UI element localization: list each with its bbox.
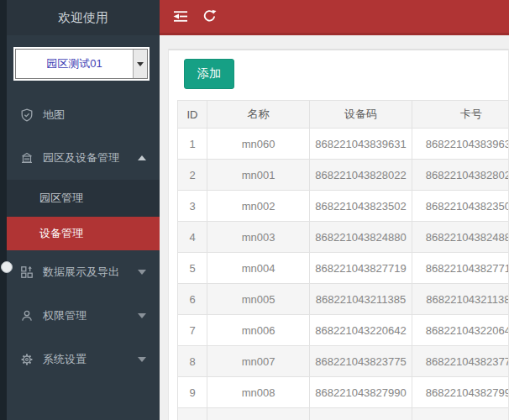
topbar	[160, 0, 509, 35]
sidebar-menu: 地图 园区及设备管理 园区管理 设备管理	[0, 94, 160, 381]
table-cell-device_code: 868221043822794	[310, 408, 412, 420]
table-cell-device_code: 868221043827719	[310, 253, 412, 284]
table-cell-device_code: 868221043824880	[310, 222, 412, 253]
column-header-card-no: 卡号	[412, 101, 509, 129]
device-table-body: 1mn0608682210438396318682210438396312mn0…	[178, 129, 509, 420]
sidebar-item-label: 园区及设备管理	[43, 150, 119, 165]
table-cell-name: mn004	[207, 253, 310, 284]
table-cell-id: 4	[178, 222, 207, 253]
sidebar-edge-strip	[0, 0, 7, 420]
device-table: ID 名称 设备码 卡号 1mn060868221043839631868221…	[177, 100, 509, 420]
sidebar-toggle-button[interactable]	[166, 0, 195, 33]
park-select-dropdown-button[interactable]	[133, 50, 147, 78]
park-select-field: 园区测试01	[15, 49, 148, 79]
table-row: 4mn003868221043824880868221043824880	[178, 222, 509, 253]
sidebar-subitem-device-management[interactable]: 设备管理	[0, 217, 160, 250]
table-cell-name: mn001	[207, 160, 310, 191]
table-cell-card_no: 868221043822794	[412, 408, 509, 420]
table-cell-card_no: 868221043827990	[412, 377, 509, 408]
column-header-device-code: 设备码	[310, 101, 412, 129]
table-cell-card_no: 868221043827719	[412, 253, 509, 284]
table-cell-name: mn005	[207, 284, 310, 315]
column-header-name: 名称	[207, 101, 310, 129]
table-cell-name: mn007	[207, 346, 310, 377]
table-cell-device_code: 868221043827990	[310, 377, 412, 408]
chevron-down-icon	[137, 62, 144, 66]
park-select[interactable]: 园区测试01	[13, 47, 150, 81]
table-row: 2mn001868221043828022868221043828022	[178, 160, 509, 191]
main-content: 添加 ID 名称 设备码 卡号 1mn060868221043839631868…	[160, 35, 509, 420]
table-cell-id: 8	[178, 346, 207, 377]
table-cell-card_no: 868221043220642	[412, 315, 509, 346]
table-cell-id: 1	[178, 129, 207, 160]
refresh-button[interactable]	[195, 0, 223, 33]
table-row: 9mn008868221043827990868221043827990	[178, 377, 509, 408]
table-cell-id: 2	[178, 160, 207, 191]
table-cell-card_no: 868221043823502	[412, 191, 509, 222]
table-row: 8mn007868221043823775868221043823775	[178, 346, 509, 377]
sidebar-subitem-label: 设备管理	[39, 226, 83, 241]
table-cell-card_no: 868221043211385	[412, 284, 509, 315]
table-cell-device_code: 868221043839631	[310, 129, 412, 160]
table-cell-name: mn009	[207, 408, 310, 420]
table-row: 10mn009868221043822794868221043822794	[178, 408, 509, 420]
chevron-up-icon	[138, 155, 146, 160]
sidebar-item-label: 数据展示及导出	[43, 265, 119, 280]
park-select-value: 园区测试01	[16, 50, 133, 78]
sidebar-resize-knob[interactable]	[1, 261, 13, 273]
table-cell-device_code: 868221043828022	[310, 160, 412, 191]
table-row: 3mn002868221043823502868221043823502	[178, 191, 509, 222]
table-cell-name: mn003	[207, 222, 310, 253]
sidebar-item-system-settings[interactable]: 系统设置	[7, 338, 160, 381]
sidebar-toggle-icon	[173, 10, 188, 23]
device-panel: 添加 ID 名称 设备码 卡号 1mn060868221043839631868…	[168, 49, 509, 420]
sidebar-item-park-device-management[interactable]: 园区及设备管理	[7, 136, 160, 180]
table-cell-name: mn008	[207, 377, 310, 408]
sidebar-submenu: 园区管理 设备管理	[0, 180, 160, 250]
table-row: 6mn005868221043211385868221043211385	[178, 284, 509, 315]
chevron-down-icon	[138, 357, 146, 362]
table-header-row: ID 名称 设备码 卡号	[178, 101, 509, 129]
sidebar-item-label: 权限管理	[43, 308, 87, 323]
table-cell-id: 3	[178, 191, 207, 222]
column-header-id: ID	[178, 101, 207, 129]
table-cell-device_code: 868221043823775	[310, 346, 412, 377]
add-button[interactable]: 添加	[184, 59, 234, 89]
chevron-down-icon	[138, 313, 146, 318]
refresh-icon	[202, 9, 217, 24]
gear-icon	[20, 353, 34, 366]
table-cell-card_no: 868221043824880	[412, 222, 509, 253]
table-cell-device_code: 868221043823502	[310, 191, 412, 222]
table-cell-card_no: 868221043823775	[412, 346, 509, 377]
sidebar-subitem-park-management[interactable]: 园区管理	[0, 180, 160, 217]
shield-check-icon	[20, 108, 34, 122]
sidebar-item-data-display-export[interactable]: 数据展示及导出	[7, 250, 160, 294]
sidebar-item-permission-management[interactable]: 权限管理	[7, 294, 160, 338]
sidebar-header-title: 欢迎使用	[0, 0, 160, 35]
sidebar-item-map[interactable]: 地图	[7, 94, 160, 136]
grid-export-icon	[20, 265, 34, 279]
table-cell-device_code: 868221043211385	[310, 284, 412, 315]
table-row: 7mn006868221043220642868221043220642	[178, 315, 509, 346]
table-cell-name: mn060	[207, 129, 310, 160]
building-icon	[20, 151, 34, 165]
table-cell-name: mn006	[207, 315, 310, 346]
sidebar-item-label: 地图	[43, 108, 65, 123]
table-cell-id: 9	[178, 377, 207, 408]
table-cell-id: 6	[178, 284, 207, 315]
user-icon	[20, 309, 34, 323]
table-cell-id: 7	[178, 315, 207, 346]
sidebar-subitem-label: 园区管理	[39, 191, 83, 206]
table-cell-name: mn002	[207, 191, 310, 222]
sidebar: 欢迎使用 园区测试01 地图 园区及设备管	[0, 0, 160, 420]
sidebar-item-label: 系统设置	[43, 352, 87, 367]
table-cell-device_code: 868221043220642	[310, 315, 412, 346]
table-row: 5mn004868221043827719868221043827719	[178, 253, 509, 284]
table-cell-card_no: 868221043828022	[412, 160, 509, 191]
table-cell-card_no: 868221043839631	[412, 129, 509, 160]
table-row: 1mn060868221043839631868221043839631	[178, 129, 509, 160]
table-cell-id: 10	[178, 408, 207, 420]
table-cell-id: 5	[178, 253, 207, 284]
chevron-down-icon	[138, 270, 146, 275]
